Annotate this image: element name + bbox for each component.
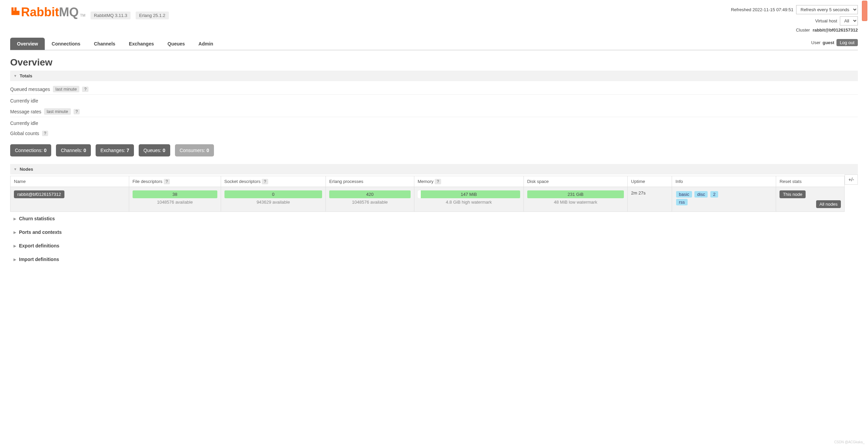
mem-sub: 4.8 GiB high watermark [418,200,520,205]
page-title: Overview [10,57,858,68]
reset-this-node-button[interactable]: This node [780,190,806,198]
tab-channels[interactable]: Channels [87,38,122,50]
info-2[interactable]: 2 [710,191,718,198]
section-totals-header[interactable]: ▼ Totals [10,71,858,81]
header-right: Refreshed 2022-11-15 07:49:51 Refresh ev… [731,5,858,33]
queued-timeframe[interactable]: last minute [53,86,80,92]
help-icon[interactable]: ? [262,179,268,184]
tab-overview[interactable]: Overview [10,38,45,50]
count-connections[interactable]: Connections: 0 [10,144,51,156]
section-totals-label: Totals [20,73,32,78]
chevron-right-icon: ▶ [14,244,16,248]
reset-all-nodes-button[interactable]: All nodes [816,200,841,208]
logo-section: RabbitMQ TM RabbitMQ 3.11.3 Erlang 25.1.… [10,5,169,19]
mem-bar: 147 MiB [418,190,520,198]
fd-sub: 1048576 available [133,200,217,205]
refreshed-label: Refreshed 2022-11-15 07:49:51 [731,7,793,12]
node-name-badge[interactable]: rabbit@bf0126157312 [14,190,64,198]
disk-bar: 231 GiB [527,190,624,198]
tab-exchanges[interactable]: Exchanges [122,38,161,50]
sd-sub: 943629 available [224,200,322,205]
expand-columns-button[interactable]: +/- [845,174,858,185]
chevron-down-icon: ▼ [14,167,17,171]
ep-bar: 420 [329,190,411,198]
info-basic[interactable]: basic [676,191,692,198]
section-churn[interactable]: ▶ Churn statistics [10,212,858,225]
col-fd: File descriptors ? [129,176,221,187]
help-icon[interactable]: ? [82,87,88,92]
rabbit-icon [10,6,20,19]
chevron-right-icon: ▶ [14,217,16,221]
global-counts-label: Global counts [10,131,39,136]
logo[interactable]: RabbitMQ TM [10,5,85,19]
refresh-interval-select[interactable]: Refresh every 5 seconds [796,5,858,14]
rabbitmq-version-badge: RabbitMQ 3.11.3 [91,12,131,19]
vhost-select[interactable]: All [840,16,858,25]
logout-button[interactable]: Log out [836,39,858,46]
vhost-label: Virtual host [815,18,837,23]
cluster-label: Cluster [796,27,810,33]
col-sd: Socket descriptors ? [221,176,326,187]
col-reset: Reset stats [776,176,845,187]
section-nodes-header[interactable]: ▼ Nodes [10,164,858,174]
help-icon[interactable]: ? [74,109,80,114]
queued-idle-text: Currently idle [10,98,858,104]
logo-text-mq: MQ [59,5,79,19]
col-disk: Disk space [524,176,628,187]
info-disc[interactable]: disc [694,191,708,198]
count-queues[interactable]: Queues: 0 [139,144,170,156]
chevron-right-icon: ▶ [14,230,16,234]
section-export[interactable]: ▶ Export definitions [10,239,858,253]
help-icon[interactable]: ? [42,131,48,136]
ep-sub: 1048576 available [329,200,411,205]
logo-tm: TM [80,13,85,17]
nodes-table: Name File descriptors ? Socket descripto… [10,176,845,212]
col-mem: Memory ? [414,176,524,187]
fd-bar: 38 [133,190,217,198]
user-label: User [811,40,821,45]
user-value: guest [823,40,834,45]
logo-text-rabbit: Rabbit [21,5,59,19]
chevron-down-icon: ▼ [14,74,17,78]
info-rss[interactable]: rss [676,199,687,205]
tab-admin[interactable]: Admin [192,38,220,50]
erlang-version-badge: Erlang 25.1.2 [136,12,169,19]
help-icon[interactable]: ? [164,179,170,184]
queued-messages-label: Queued messages [10,87,50,92]
table-row: rabbit@bf0126157312 38 1048576 available… [11,187,845,212]
sd-bar: 0 [224,190,322,198]
section-ports[interactable]: ▶ Ports and contexts [10,225,858,239]
cluster-value: rabbit@bf0126157312 [813,27,858,33]
section-nodes-label: Nodes [20,167,33,172]
rates-timeframe[interactable]: last minute [44,108,71,115]
section-import[interactable]: ▶ Import definitions [10,253,858,266]
col-info: Info [672,176,776,187]
disk-sub: 48 MiB low watermark [527,200,624,205]
global-counts-row: Connections: 0 Channels: 0 Exchanges: 7 … [10,144,858,156]
col-ep: Erlang processes [326,176,414,187]
tab-queues[interactable]: Queues [161,38,192,50]
count-consumers[interactable]: Consumers: 0 [175,144,214,156]
scrollbar-thumb[interactable] [862,1,867,21]
rates-idle-text: Currently idle [10,120,858,126]
help-icon[interactable]: ? [435,179,441,184]
nav-tabs: Overview Connections Channels Exchanges … [10,38,858,50]
message-rates-label: Message rates [10,109,41,114]
uptime-cell: 2m 27s [628,187,672,212]
tab-connections[interactable]: Connections [45,38,87,50]
count-channels[interactable]: Channels: 0 [56,144,91,156]
count-exchanges[interactable]: Exchanges: 7 [96,144,134,156]
col-uptime: Uptime [628,176,672,187]
col-name: Name [11,176,129,187]
chevron-right-icon: ▶ [14,258,16,261]
